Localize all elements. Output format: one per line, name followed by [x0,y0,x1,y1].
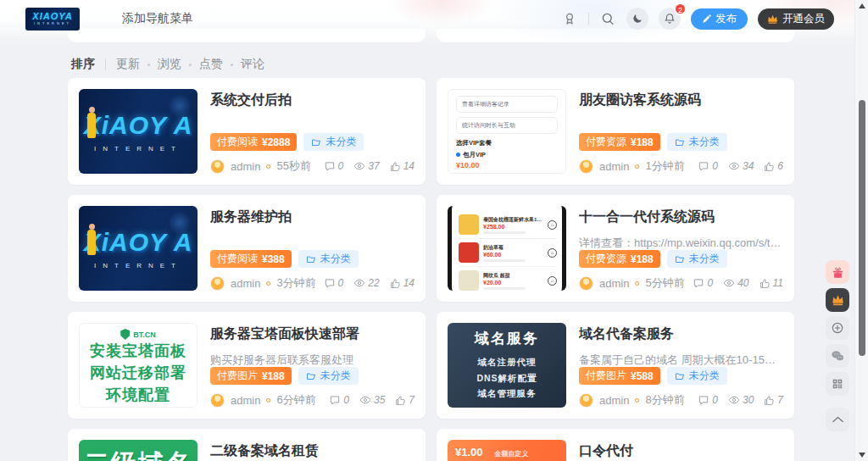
badge-row: 付费图片 ¥188 未分类 [210,367,415,385]
post-title[interactable]: 朋友圈访客系统源码 [579,91,783,109]
sort-option-update[interactable]: 更新 [116,57,140,72]
scrollbar-thumb[interactable] [859,100,865,356]
like-count[interactable]: 6 [764,160,783,172]
post-thumbnail[interactable]: XiAOY AINTERNET [79,206,198,291]
author-level-dot [635,281,639,286]
notifications-button[interactable]: 2 [659,8,681,30]
like-count[interactable]: 14 [390,277,415,289]
comment-count[interactable]: 0 [329,394,349,406]
post-card[interactable]: XiAOY AINTERNET 服务器维护拍 付费阅读 ¥388 未分类 adm… [68,195,426,302]
header-divider [588,13,589,25]
avatar[interactable] [579,276,593,291]
scrollbar[interactable] [854,0,868,461]
sort-label[interactable]: 排序 [71,57,95,72]
comment-icon [329,394,341,406]
post-title[interactable]: 服务器宝塔面板快速部署 [210,325,415,342]
post-card[interactable]: 二级域名 二级备案域名租赁 [68,429,426,461]
open-vip-button[interactable]: 开通会员 [758,8,834,30]
crown-icon[interactable] [826,288,849,312]
post-title[interactable]: 服务器维护拍 [210,208,415,226]
sort-option-views[interactable]: 浏览 [158,57,181,72]
logo-subtext: INTERNET [34,21,71,26]
like-count-value: 7 [409,394,415,406]
post-card[interactable]: 泰国金枕榴莲新鲜水果1…¥258.00⌂奶油草莓¥60.00⌂网纹瓜 超甜¥20… [437,195,794,302]
post-thumbnail[interactable]: ¥1.00金额自定义实际金额以付款人确认付款时为准 [448,440,566,461]
like-count-value: 7 [777,394,783,406]
post-thumbnail[interactable]: 泰国金枕榴莲新鲜水果1…¥258.00⌂奶油草莓¥60.00⌂网纹瓜 超甜¥20… [448,206,566,291]
comment-count[interactable]: 0 [324,277,344,289]
post-thumbnail[interactable]: 查看详细访客记录统计访问时长与互动选择VIP套餐包月VIP¥10.00 [448,89,566,174]
badge-row: 付费图片 ¥588 未分类 [579,367,783,385]
plus-circle-icon[interactable] [826,316,849,340]
comment-count[interactable]: 0 [693,277,713,289]
category-badge[interactable]: 未分类 [298,250,359,268]
avatar[interactable] [210,393,225,408]
post-description: 备案属于自己的域名 周期大概在10-15天左右 可自… [579,353,783,367]
avatar[interactable] [210,276,225,291]
comment-count[interactable]: 0 [698,160,718,172]
paid-badge-label: 付费阅读 [217,135,258,149]
sort-dot [231,64,233,66]
nav-menu-item[interactable]: 添加导航菜单 [122,11,193,26]
scrollbar-up-arrow[interactable] [859,3,865,8]
crown-icon [767,14,778,24]
category-badge[interactable]: 未分类 [667,250,727,268]
like-count[interactable]: 7 [395,394,415,406]
like-count[interactable]: 7 [764,394,783,406]
category-badge[interactable]: 未分类 [667,133,727,151]
moon-icon [632,13,643,25]
search-icon[interactable] [599,10,616,27]
author-name[interactable]: admin [231,394,260,407]
badge-row: 付费资源 ¥188 未分类 [579,133,783,151]
post-title[interactable]: 十一合一代付系统源码 [579,208,783,225]
avatar[interactable] [579,159,593,174]
post-card[interactable]: ¥1.00金额自定义实际金额以付款人确认付款时为准 口令代付 [437,429,794,461]
post-card[interactable]: BT.CN安装宝塔面板网站迁移部署环境配置 服务器宝塔面板快速部署 购买好服务器… [68,312,426,419]
category-label: 未分类 [320,369,351,383]
like-count[interactable]: 14 [390,160,415,172]
post-title[interactable]: 域名代备案服务 [579,325,783,342]
award-icon[interactable] [561,10,578,27]
meta-row: admin 1分钟前 0 34 6 [579,158,783,174]
post-thumbnail[interactable]: BT.CN安装宝塔面板网站迁移部署环境配置 [79,323,198,408]
category-badge[interactable]: 未分类 [667,367,727,385]
author-level-dot [266,398,270,403]
gift-icon[interactable] [826,260,849,284]
author-name[interactable]: admin [599,394,629,407]
post-thumbnail[interactable]: 二级域名 [79,440,198,461]
eye-icon [728,394,740,406]
author-name[interactable]: admin [231,277,260,290]
paid-badge-price: ¥588 [631,370,654,382]
avatar[interactable] [210,159,225,174]
author-name[interactable]: admin [599,160,629,173]
sort-option-comments[interactable]: 评论 [241,57,264,72]
author-name[interactable]: admin [599,277,629,290]
post-card[interactable]: 查看详细访客记录统计访问时长与互动选择VIP套餐包月VIP¥10.00 朋友圈访… [437,78,794,185]
sort-option-likes[interactable]: 点赞 [199,57,223,72]
category-badge[interactable]: 未分类 [303,133,364,151]
post-title[interactable]: 二级备案域名租赁 [210,442,415,460]
comment-count[interactable]: 0 [324,160,344,172]
dark-mode-toggle[interactable] [626,8,648,30]
wechat-icon[interactable] [826,344,849,368]
like-count[interactable]: 11 [760,277,783,289]
post-time: 8分钟前 [645,392,684,408]
avatar[interactable] [579,393,593,408]
post-title[interactable]: 口令代付 [579,442,783,460]
author-name[interactable]: admin [231,160,260,173]
post-thumbnail[interactable]: 域名服务域名注册代理DNS解析配置域名管理服务 [448,323,566,408]
scrollbar-down-arrow[interactable] [859,453,865,458]
publish-button[interactable]: 发布 [691,8,748,30]
comment-count[interactable]: 0 [698,394,718,406]
post-thumbnail[interactable]: XiAOY AINTERNET [79,89,198,174]
qrcode-icon[interactable] [826,372,849,396]
top-navbar: XIAOYA INTERNET 添加导航菜单 2 发布 开通会员 [0,0,868,37]
site-logo[interactable]: XIAOYA INTERNET [25,8,80,31]
post-card[interactable]: 域名服务域名注册代理DNS解析配置域名管理服务 域名代备案服务 备案属于自己的域… [437,312,794,419]
category-badge[interactable]: 未分类 [298,367,359,385]
pencil-icon [702,14,711,24]
comment-icon [698,160,709,172]
post-card[interactable]: XiAOY AINTERNET 系统交付后拍 付费阅读 ¥2888 未分类 ad… [68,78,426,185]
back-to-top-icon[interactable] [826,408,849,431]
post-title[interactable]: 系统交付后拍 [210,91,415,109]
